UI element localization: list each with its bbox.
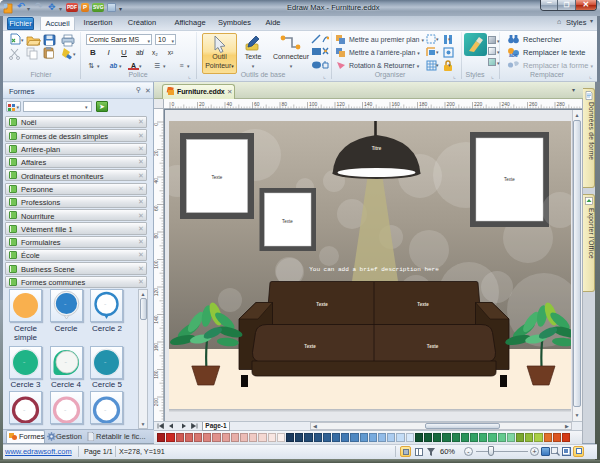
svg-text:Texte: Texte: [212, 175, 223, 180]
svg-text:200: 200: [154, 398, 159, 407]
svg-text:0: 0: [172, 101, 175, 107]
svg-text:100: 100: [154, 260, 159, 269]
svg-text:200: 200: [447, 101, 456, 107]
svg-text:140: 140: [154, 315, 159, 324]
svg-text:You can add a brief descriptio: You can add a brief description here: [309, 266, 439, 273]
svg-text:60: 60: [254, 101, 260, 107]
svg-text:60: 60: [154, 205, 159, 211]
svg-text:80: 80: [282, 101, 288, 107]
svg-text:20: 20: [154, 150, 159, 156]
svg-text:260: 260: [529, 101, 538, 107]
svg-text:120: 120: [337, 101, 346, 107]
svg-text:40: 40: [154, 178, 159, 184]
svg-text:Titre: Titre: [372, 146, 382, 151]
svg-text:240: 240: [502, 101, 511, 107]
svg-text:180: 180: [154, 370, 159, 379]
svg-text:80: 80: [154, 233, 159, 239]
svg-text:Texte: Texte: [427, 344, 439, 349]
svg-text:Texte: Texte: [316, 302, 328, 307]
svg-text:180: 180: [419, 101, 428, 107]
svg-text:20: 20: [199, 101, 205, 107]
svg-text:40: 40: [227, 101, 233, 107]
svg-text:Texte: Texte: [304, 344, 316, 349]
svg-text:140: 140: [364, 101, 373, 107]
svg-text:Texte: Texte: [282, 219, 293, 224]
svg-text:Texte: Texte: [417, 302, 429, 307]
svg-text:100: 100: [309, 101, 318, 107]
svg-text:160: 160: [392, 101, 401, 107]
svg-text:abc: abc: [509, 52, 518, 58]
svg-text:160: 160: [154, 343, 159, 352]
svg-text:280: 280: [557, 101, 566, 107]
svg-text:120: 120: [154, 288, 159, 297]
svg-text:0: 0: [154, 123, 159, 126]
svg-text:Texte: Texte: [504, 177, 515, 182]
svg-text:220: 220: [474, 101, 483, 107]
